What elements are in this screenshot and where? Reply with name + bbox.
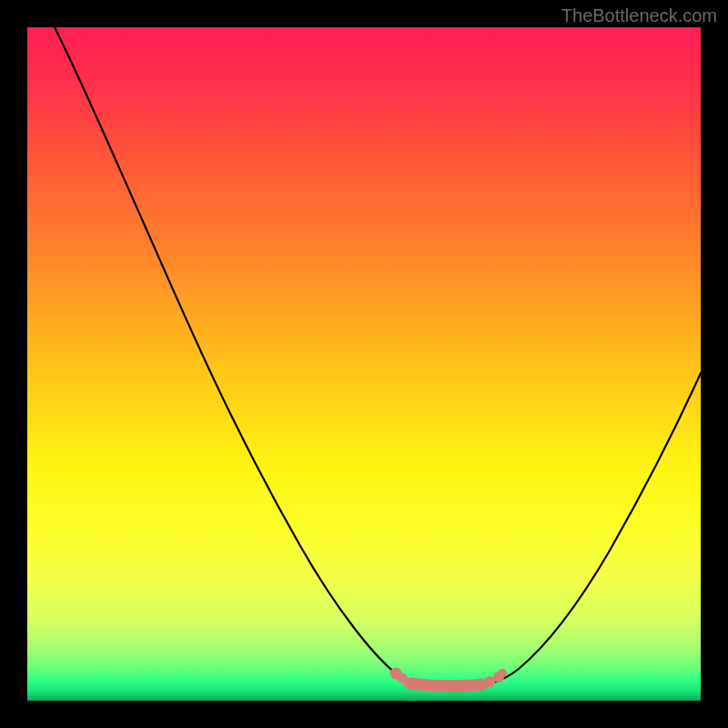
highlight-group <box>390 668 508 688</box>
bottleneck-curve <box>55 27 701 685</box>
watermark-text: TheBottleneck.com <box>561 5 717 26</box>
highlight-dot <box>498 669 507 678</box>
curve-layer <box>27 27 701 701</box>
plot-area <box>27 27 701 701</box>
highlight-stroke <box>410 683 482 686</box>
